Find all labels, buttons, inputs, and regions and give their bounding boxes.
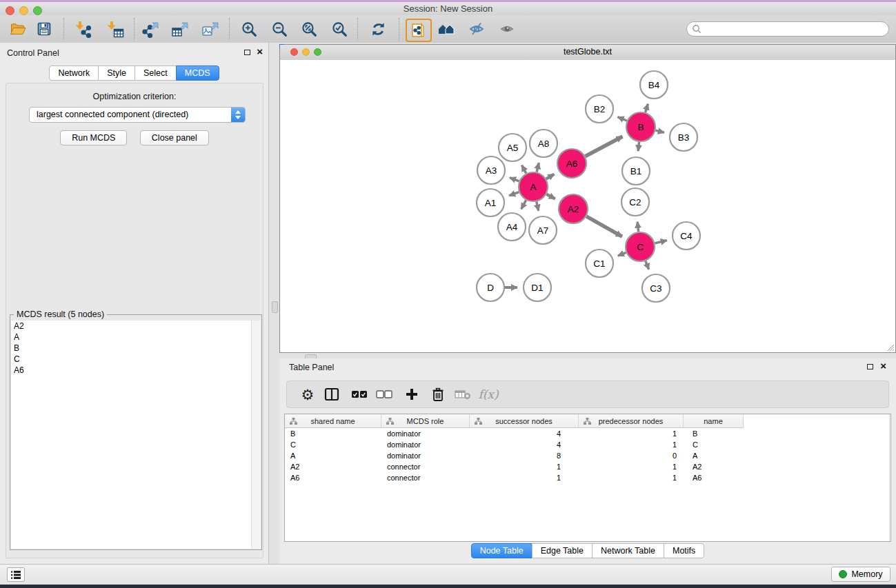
import-network-button[interactable] xyxy=(71,19,94,39)
search-input[interactable] xyxy=(686,21,889,37)
tab-select[interactable]: Select xyxy=(135,65,177,81)
graph-node-C4[interactable]: C4 xyxy=(673,222,700,250)
graph-node-A4[interactable]: A4 xyxy=(498,213,526,241)
graph-node-C1[interactable]: C1 xyxy=(586,250,613,277)
graph-edge-B-B2[interactable] xyxy=(618,117,627,121)
task-history-button[interactable] xyxy=(7,567,25,582)
select-all-button[interactable] xyxy=(348,381,371,407)
graph-node-A1[interactable]: A1 xyxy=(477,189,504,216)
tab-style[interactable]: Style xyxy=(98,65,135,81)
deselect-all-button[interactable] xyxy=(372,381,396,407)
graph-edge-A-A7[interactable] xyxy=(537,201,539,210)
graph-node-B[interactable]: B xyxy=(626,112,655,141)
graph-edge-C-C3[interactable] xyxy=(646,261,649,270)
column-header-successor-nodes[interactable]: successor nodes xyxy=(470,414,579,428)
graph-node-B2[interactable]: B2 xyxy=(586,95,613,123)
graph-edge-A-A1[interactable] xyxy=(509,192,519,196)
graph-edge-B-B3[interactable] xyxy=(655,130,664,132)
show-columns-button[interactable] xyxy=(320,381,344,407)
tab-network-table[interactable]: Network Table xyxy=(592,543,664,558)
mcds-result-item[interactable]: B xyxy=(11,343,261,354)
graph-node-A[interactable]: A xyxy=(519,172,548,201)
clone-network-button[interactable] xyxy=(406,19,432,42)
close-table-panel-icon[interactable]: × xyxy=(880,360,886,372)
graph-edge-A-A2[interactable] xyxy=(546,194,555,199)
close-panel-icon[interactable]: × xyxy=(257,45,263,58)
graph-edge-C-C1[interactable] xyxy=(618,252,626,256)
network-graph[interactable]: AA1A2A3A4A5A6A7A8BB1B2B3B4CC1C2C3C4DD1 xyxy=(280,60,895,352)
import-table-button[interactable] xyxy=(103,19,126,39)
column-header-name[interactable]: name xyxy=(684,414,744,428)
graph-node-A6[interactable]: A6 xyxy=(557,149,586,178)
graph-node-A5[interactable]: A5 xyxy=(499,134,526,161)
tab-edge-table[interactable]: Edge Table xyxy=(532,543,593,558)
export-network-button[interactable] xyxy=(139,19,162,39)
export-table-button[interactable] xyxy=(168,19,192,39)
graph-edge-A-A3[interactable] xyxy=(510,178,519,181)
mcds-result-item[interactable]: A6 xyxy=(11,365,261,376)
column-header-shared-name[interactable]: shared name xyxy=(285,414,381,428)
vertical-divider-grip[interactable] xyxy=(272,301,278,313)
graph-edge-A-A6[interactable] xyxy=(546,174,555,179)
zoom-in-button[interactable] xyxy=(237,19,261,39)
tab-node-table[interactable]: Node Table xyxy=(471,543,532,558)
graph-node-B4[interactable]: B4 xyxy=(640,71,668,99)
mcds-result-list[interactable]: A2ABCA6 xyxy=(11,321,261,549)
graph-edge-B-B1[interactable] xyxy=(638,142,639,151)
table-row[interactable]: Cdominator41C xyxy=(285,439,890,450)
graph-edge-A-A4[interactable] xyxy=(521,200,526,209)
graph-edge-A2-C[interactable] xyxy=(586,216,622,236)
graph-edge-A6-B[interactable] xyxy=(585,136,622,156)
tab-network[interactable]: Network xyxy=(49,65,99,81)
graph-node-A2[interactable]: A2 xyxy=(559,194,588,223)
mcds-result-item[interactable]: A xyxy=(11,332,261,343)
delete-column-button[interactable] xyxy=(426,381,450,407)
refresh-button[interactable] xyxy=(366,19,390,39)
zoom-out-button[interactable] xyxy=(268,19,291,39)
graph-node-A8[interactable]: A8 xyxy=(530,130,557,157)
graph-node-A7[interactable]: A7 xyxy=(529,216,557,244)
graph-edge-A-A5[interactable] xyxy=(522,165,526,174)
graph-edge-A-A8[interactable] xyxy=(537,163,539,172)
window-resize-grip[interactable] xyxy=(886,343,895,352)
table-row[interactable]: A2connector11A2 xyxy=(285,461,890,472)
network-window-titlebar[interactable]: testGlobe.txt xyxy=(280,45,895,61)
graph-node-D[interactable]: D xyxy=(477,274,504,301)
save-session-button[interactable] xyxy=(32,19,56,39)
graph-node-C3[interactable]: C3 xyxy=(642,274,670,302)
zoom-selected-button[interactable] xyxy=(328,19,351,39)
column-header-predecessor-nodes[interactable]: predecessor nodes xyxy=(579,414,684,428)
result-list-scrollbar[interactable] xyxy=(251,321,261,549)
open-file-button[interactable] xyxy=(6,19,30,39)
memory-button[interactable]: Memory xyxy=(831,567,890,582)
graph-node-C[interactable]: C xyxy=(626,232,655,261)
tab-motifs[interactable]: Motifs xyxy=(664,543,704,558)
table-row[interactable]: Adominator80A xyxy=(285,450,890,461)
run-mcds-button[interactable]: Run MCDS xyxy=(60,130,127,145)
table-scrollbar-track[interactable] xyxy=(889,414,890,541)
close-panel-button[interactable]: Close panel xyxy=(140,130,209,145)
graph-node-C2[interactable]: C2 xyxy=(621,188,649,216)
float-table-panel-icon[interactable] xyxy=(867,364,873,369)
graph-node-B1[interactable]: B1 xyxy=(622,157,650,185)
zoom-fit-button[interactable] xyxy=(297,19,321,39)
float-panel-icon[interactable] xyxy=(244,50,250,55)
column-header-MCDS-role[interactable]: MCDS role xyxy=(381,414,470,428)
graph-edge-C-C2[interactable] xyxy=(637,222,639,232)
criterion-dropdown[interactable]: largest connected component (directed) xyxy=(29,107,246,123)
tab-mcds[interactable]: MCDS xyxy=(176,65,219,81)
export-image-button[interactable] xyxy=(199,19,222,39)
graph-edge-C-C4[interactable] xyxy=(655,241,666,243)
table-settings-button[interactable]: ⚙ xyxy=(296,381,319,407)
hide-graphics-button[interactable] xyxy=(465,19,488,39)
table-row[interactable]: A6connector11A6 xyxy=(285,472,890,483)
graph-node-B3[interactable]: B3 xyxy=(670,123,697,151)
mcds-result-item[interactable]: C xyxy=(11,354,261,365)
graph-edge-B-B4[interactable] xyxy=(646,104,648,112)
graph-node-A3[interactable]: A3 xyxy=(477,156,505,184)
reset-view-button[interactable] xyxy=(435,19,458,39)
table-row[interactable]: Bdominator41B xyxy=(285,428,890,439)
show-graphics-button[interactable] xyxy=(495,19,519,39)
mcds-result-item[interactable]: A2 xyxy=(11,321,261,332)
graph-node-D1[interactable]: D1 xyxy=(524,274,551,301)
